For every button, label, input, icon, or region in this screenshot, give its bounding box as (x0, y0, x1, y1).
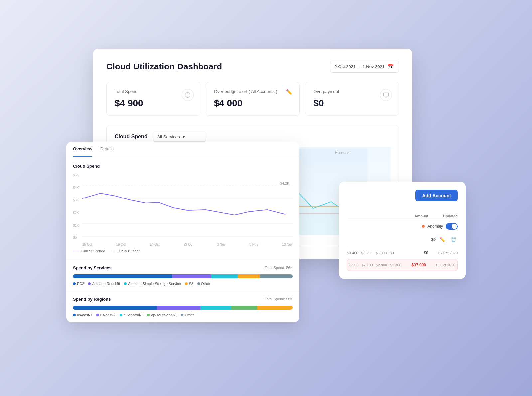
ec2-label: EC2 (77, 282, 84, 286)
services-total-spend: Total Spend: $6K (265, 266, 293, 270)
eu-central-dot (120, 314, 122, 316)
storage-dot (124, 282, 127, 285)
cloud-spend-overview-title: Cloud Spend (73, 164, 293, 169)
services-dropdown-label: All Services (157, 134, 180, 139)
lc-y2k: $2K (73, 211, 79, 215)
x-3nov: 3 Nov (217, 243, 226, 246)
lc-y1k: $1K (73, 224, 79, 227)
redshift-label: Amazon Redshift (92, 282, 120, 286)
other-regions-label: Other (185, 313, 194, 317)
other-services-bar (260, 274, 293, 278)
regions-total-spend: Total Spend: $6K (265, 297, 293, 301)
services-dropdown[interactable]: All Services ▾ (153, 132, 206, 142)
tab-details[interactable]: Details (100, 142, 114, 157)
lc-y5k: $5K (73, 173, 79, 177)
x-29oct: 29 Oct (183, 243, 193, 246)
ec2-bar (73, 274, 172, 278)
us-east-1-label: us-east-1 (77, 313, 92, 317)
monitor-icon (380, 89, 392, 101)
x-13nov: 13 Nov (282, 243, 293, 246)
regions-legend: us-east-1 us-east-2 eu-central-1 ap-sout… (73, 313, 293, 317)
us-east-1-bar (73, 306, 157, 310)
overpayment-label: Overpayment (313, 89, 391, 94)
s3-label: S3 (189, 282, 193, 286)
dropdown-chevron-icon: ▾ (183, 134, 185, 139)
spend-by-services-title: Spend by Services (73, 265, 112, 270)
account-3-amount: $37 000 (407, 263, 426, 267)
s3-dot (185, 282, 188, 285)
services-bar-chart (73, 274, 293, 278)
account-2-amounts: $3 400 $3 200 $5 000 $0 (347, 251, 412, 255)
other-services-dot (197, 282, 200, 285)
s3-storage-bar (211, 274, 238, 278)
legend-storage: Amazon Simple Storage Service (124, 282, 181, 286)
other-services-label: Other (201, 282, 210, 286)
total-spend-label: Total Spend (115, 89, 192, 94)
legend-redshift: Amazon Redshift (88, 282, 120, 286)
legend-ap-southeast: ap-south-east-1 (147, 313, 177, 317)
s3-bar (238, 274, 260, 278)
account-3-amounts: 3 900 $2 100 $2 900 $1 300 (349, 263, 405, 267)
legend-other-regions: Other (181, 313, 194, 317)
account-row-1: $0 ✏️ 🗑️ (347, 232, 458, 247)
over-budget-edit-icon[interactable]: ✏️ (286, 89, 293, 95)
other-regions-dot (181, 314, 183, 316)
calendar-icon: 📅 (387, 64, 394, 70)
account-1-edit-button[interactable]: ✏️ (438, 236, 447, 244)
account-panel-header: Add Account (347, 190, 458, 207)
spend-by-regions-section: Spend by Regions Total Spend: $6K us-eas… (66, 291, 299, 322)
coin-icon (182, 89, 194, 101)
over-budget-label: Over budget alert ( All Accounts ) (214, 89, 292, 94)
legend-daily-budget: Daily Budget (111, 249, 140, 253)
legend-eu-central: eu-central-1 (120, 313, 143, 317)
date-range-picker[interactable]: 2 Oct 2021 — 1 Nov 2021 📅 (330, 61, 399, 73)
lc-y4k: $4K (73, 186, 79, 190)
tab-overview[interactable]: Overview (73, 142, 92, 157)
legend-dashed-line (111, 251, 117, 251)
eu-central-label: eu-central-1 (124, 313, 143, 317)
line-chart-area: $5K $4K $3K $2K $1K $0 $4.2K (73, 173, 293, 246)
anomaly-toggle[interactable] (446, 223, 458, 230)
overpayment-value: $0 (313, 98, 391, 109)
svg-rect-1 (384, 93, 389, 96)
spend-by-services-section: Spend by Services Total Spend: $6K EC2 A… (66, 260, 299, 291)
account-row-3: 3 900 $2 100 $2 900 $1 300 $37 000 15 Oc… (347, 259, 458, 271)
over-budget-card: Over budget alert ( All Accounts ) $4 00… (206, 82, 300, 116)
other-regions-bar (257, 306, 293, 310)
anomaly-label: Anomaly (427, 224, 443, 229)
spend-by-regions-title: Spend by Regions (73, 297, 111, 302)
ap-southeast-label: ap-south-east-1 (151, 313, 177, 317)
redshift-bar (172, 274, 211, 278)
col-header-amount: Amount (408, 214, 428, 218)
storage-label: Amazon Simple Storage Service (128, 282, 181, 286)
lc-y0: $0 (73, 236, 77, 239)
cloud-spend-title: Cloud Spend (115, 134, 148, 140)
total-spend-value: $4 900 (115, 98, 192, 109)
overpayment-card: Overpayment $0 (305, 82, 399, 116)
us-east-2-bar (157, 306, 200, 310)
col-header-name (347, 214, 406, 218)
cloud-spend-header: Cloud Spend All Services ▾ (115, 132, 391, 142)
account-1-delete-button[interactable]: 🗑️ (449, 236, 458, 244)
account-row-2: $3 400 $3 200 $5 000 $0 $0 15 Oct 2020 (347, 247, 458, 259)
legend-solid-line (73, 251, 80, 251)
ap-southeast-dot (147, 314, 150, 316)
eu-central-bar (200, 306, 231, 310)
main-card-header: Cloud Utilization Dashboard 2 Oct 2021 —… (106, 61, 399, 73)
add-account-button[interactable]: Add Account (415, 190, 458, 201)
toggle-knob (452, 224, 457, 229)
us-east-2-dot (96, 314, 99, 316)
legend-current-label: Current Period (81, 249, 105, 253)
legend-other-services: Other (197, 282, 210, 286)
legend-s3: S3 (185, 282, 193, 286)
svg-text:$4.2K: $4.2K (280, 182, 289, 185)
account-3-date: 15 Oct 2020 (429, 263, 455, 267)
account-table-header: Amount Updated (347, 212, 458, 220)
legend-current-period: Current Period (73, 249, 105, 253)
anomaly-indicator-dot (422, 225, 425, 228)
regions-bar-chart (73, 306, 293, 310)
account-1-amount: $0 (419, 237, 436, 242)
page-title: Cloud Utilization Dashboard (106, 62, 222, 72)
redshift-dot (88, 282, 91, 285)
scene: Cloud Utilization Dashboard 2 Oct 2021 —… (66, 49, 466, 348)
